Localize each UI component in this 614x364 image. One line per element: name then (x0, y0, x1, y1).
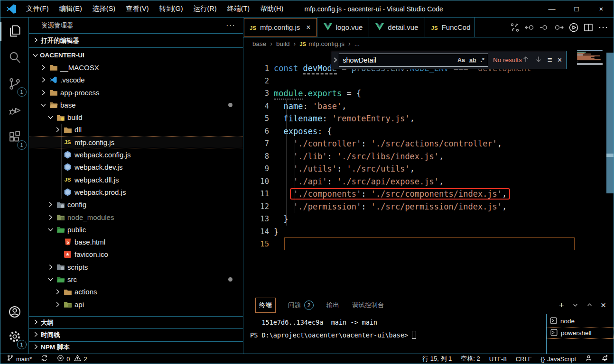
split-editor-icon[interactable] (582, 22, 595, 33)
find-close-icon[interactable]: × (558, 56, 562, 64)
activity-explorer[interactable] (3, 20, 26, 43)
breadcrumb-...[interactable]: ... (354, 40, 360, 47)
tree-item-scripts[interactable]: scripts (29, 261, 243, 273)
tree-item-public[interactable]: public (29, 223, 243, 236)
indentation-item[interactable]: 空格: 2 (461, 355, 480, 363)
tree-item-webpack.dev.js[interactable]: webpack.dev.js (29, 161, 243, 173)
section-大纲[interactable]: 大纲 (29, 316, 243, 328)
tree-item-webpack.prod.js[interactable]: webpack.prod.js (29, 186, 243, 198)
sidebar-more-actions[interactable]: ··· (226, 21, 235, 30)
tree-item-__MACOSX[interactable]: __MACOSX (29, 61, 243, 73)
tab-FuncCod[interactable]: JSFuncCod (425, 18, 474, 37)
notifications-item[interactable] (601, 355, 608, 363)
sync-button[interactable] (41, 355, 48, 363)
find-query-text[interactable]: showDetail (343, 56, 453, 64)
tree-item-config[interactable]: config (29, 199, 243, 211)
tree-item-favicon.ico[interactable]: ★favicon.ico (29, 248, 243, 261)
open-editors-section[interactable]: 打开的编辑器 (29, 33, 243, 48)
terminal-instance-node[interactable]: node (547, 315, 614, 327)
encoding-item[interactable]: UTF-8 (489, 355, 507, 363)
scrollbar-slider[interactable] (606, 53, 614, 193)
find-next-icon[interactable] (535, 55, 542, 65)
panel-tab-问题[interactable]: 问题2 (288, 300, 314, 310)
tree-item-app-process[interactable]: app-process (29, 86, 243, 99)
match-case-icon[interactable]: Aa (457, 57, 465, 64)
maximize-button[interactable]: □ (564, 0, 589, 17)
activity-settings[interactable]: 1 (3, 326, 26, 349)
close-panel-icon[interactable]: × (601, 300, 606, 310)
find-previous-icon[interactable] (522, 55, 530, 65)
compare-change-icon[interactable] (538, 22, 551, 33)
git-branch-item[interactable]: main* (7, 355, 32, 363)
breadcrumb-mfp.config.js[interactable]: JSmfp.config.js (299, 40, 344, 47)
cursor-position-item[interactable]: 行 15, 列 1 (422, 355, 452, 363)
minimize-button[interactable]: — (540, 0, 564, 17)
close-button[interactable]: × (589, 0, 614, 17)
whole-word-icon[interactable]: ab (469, 57, 476, 64)
tree-item-api[interactable]: api (29, 298, 243, 310)
tab-mfp.config.js[interactable]: JSmfp.config.js× (243, 18, 317, 37)
tab-detail.vue[interactable]: detail.vue (369, 18, 425, 37)
tree-item-webpack.dll.js[interactable]: JSwebpack.dll.js (29, 173, 243, 186)
activity-extensions[interactable]: 1 (3, 127, 26, 149)
find-input[interactable]: showDetail Aaab.* (339, 54, 488, 67)
activity-account[interactable] (3, 301, 26, 324)
section-时间线[interactable]: 时间线 (29, 328, 243, 341)
editor-scrollbar[interactable] (606, 50, 614, 296)
more-actions-icon[interactable] (596, 22, 610, 33)
tree-item-node_modules[interactable]: node_modules (29, 211, 243, 223)
tree-item-OACENTER-UI[interactable]: OACENTER-UI (29, 49, 243, 61)
find-toggle-replace-chevron[interactable] (331, 51, 339, 69)
tab-logo.vue[interactable]: logo.vue (317, 18, 370, 37)
panel-tab-输出[interactable]: 输出 (326, 301, 339, 309)
tree-item-base.html[interactable]: 5base.html (29, 236, 243, 248)
terminal-instance-powershell[interactable]: powershell (547, 327, 614, 339)
regex-icon[interactable]: .* (481, 57, 484, 64)
panel-tab-终端[interactable]: 终端 (256, 298, 275, 312)
next-change-icon[interactable] (552, 22, 566, 33)
annotation-red-box: './components': './src/components/index.… (290, 188, 510, 200)
tree-item-build[interactable]: build (29, 111, 243, 123)
terminal-dropdown-icon[interactable] (572, 300, 578, 310)
tree-item-base[interactable]: base (29, 99, 243, 111)
breadcrumb-build[interactable]: build (276, 40, 290, 47)
tab-close-icon[interactable]: × (306, 23, 310, 32)
menu-f[interactable]: 文件(F) (21, 4, 54, 13)
menu-r[interactable]: 运行(R) (188, 4, 222, 13)
activity-run-and-debug[interactable] (3, 100, 26, 123)
menu-g[interactable]: 转到(G) (154, 4, 188, 13)
feedback-item[interactable] (585, 355, 592, 363)
menu-e[interactable]: 编辑(E) (54, 4, 87, 13)
menu-s[interactable]: 选择(S) (87, 4, 121, 13)
sidebar-header: 资源管理器 ··· (29, 18, 243, 33)
previous-change-icon[interactable] (523, 22, 536, 33)
line-content: } (274, 214, 288, 224)
tree-item-dll[interactable]: dll (29, 124, 243, 136)
eol-item[interactable]: CRLF (516, 355, 532, 363)
tree-item-actions[interactable]: actions (29, 286, 243, 298)
tree-item-.vscode[interactable]: .vscode (29, 74, 243, 86)
menu-t[interactable]: 终端(T) (222, 4, 255, 13)
panel-tab-调试控制台[interactable]: 调试控制台 (352, 301, 384, 309)
activity-search[interactable] (3, 47, 26, 70)
terminal-output[interactable]: 151e7d6..134ec9a main -> mainPS D:\aproj… (243, 314, 546, 354)
section-NPM脚本[interactable]: NPM 脚本 (29, 341, 243, 354)
breadcrumb[interactable]: base›build›JSmfp.config.js›... (243, 37, 614, 50)
menu-v[interactable]: 查看(V) (121, 4, 154, 13)
problems-item[interactable]: 0 2 (57, 355, 87, 363)
new-terminal-icon[interactable]: + (559, 300, 564, 310)
tree-item-mfp.config.js[interactable]: JSmfp.config.js (29, 136, 243, 148)
find-in-selection-icon[interactable]: ≡ (548, 55, 552, 65)
menu-h[interactable]: 帮助(H) (255, 4, 288, 13)
language-item[interactable]: {} JavaScript (541, 355, 576, 363)
tree-item-src[interactable]: src (29, 273, 243, 285)
run-icon[interactable] (567, 22, 580, 33)
breadcrumb-base[interactable]: base (252, 40, 266, 47)
code-editor[interactable]: 1const devMode = process.env.NODE_ENV ==… (243, 50, 614, 296)
activity-source-control[interactable]: 1 (3, 73, 26, 96)
minimap[interactable] (577, 50, 603, 64)
open-changes-icon[interactable] (508, 22, 521, 33)
maximize-panel-icon[interactable] (586, 300, 593, 310)
tree-item-webpack.config.js[interactable]: webpack.config.js (29, 148, 243, 161)
code-line-11: 11 './components': './src/components/ind… (243, 188, 614, 200)
